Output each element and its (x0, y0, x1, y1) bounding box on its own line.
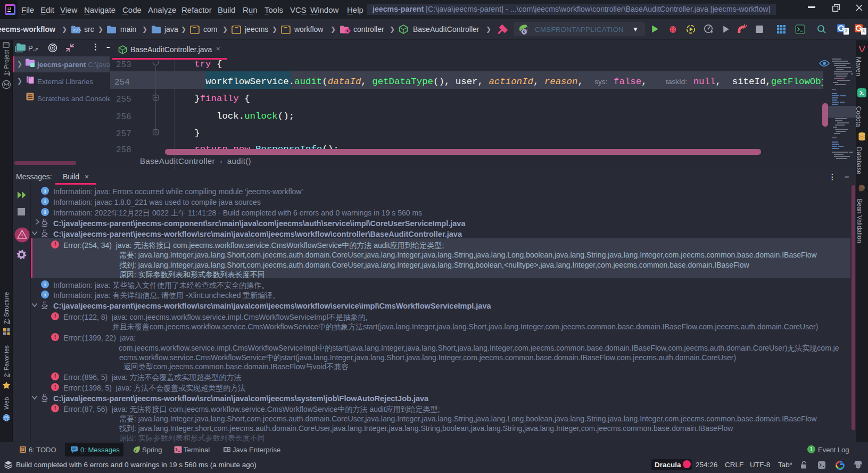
svg-text:</>: </> (73, 28, 81, 34)
svg-text:IJ: IJ (7, 6, 11, 11)
